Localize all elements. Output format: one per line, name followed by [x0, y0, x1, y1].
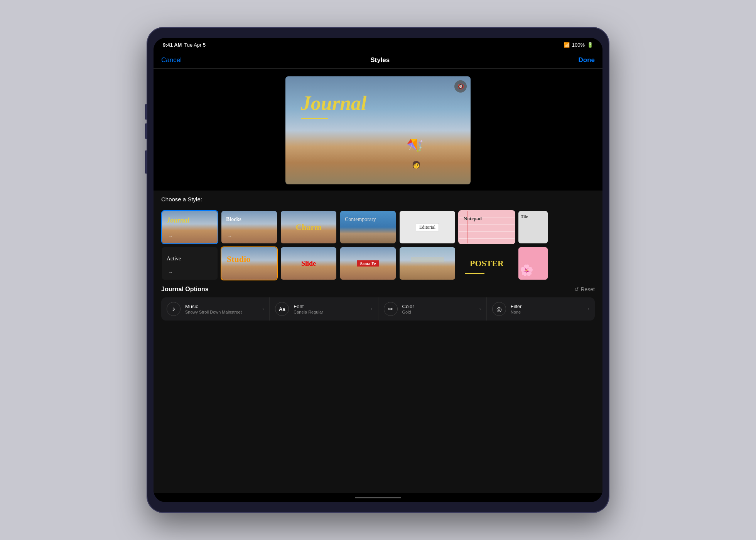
wifi-icon: 📶: [564, 42, 570, 48]
ipad-device: 9:41 AM Tue Apr 5 📶 100% 🔋 Cancel Styles…: [147, 27, 609, 513]
style-section: Choose a Style:: [154, 191, 602, 210]
chevron-color-icon: ›: [479, 306, 481, 312]
thumb-label-santafe: Santa Fe: [357, 260, 379, 267]
style-thumb-charm[interactable]: Charm: [280, 210, 337, 244]
preview-area: Journal 🪁 🧑 🔇: [154, 69, 602, 191]
option-value-font: Canela Regular: [294, 310, 366, 314]
style-thumb-active[interactable]: Active →: [161, 246, 218, 280]
style-thumb-editorial[interactable]: Editorial: [399, 210, 456, 244]
preview-title: Journal: [301, 92, 367, 115]
thumb-label-editorial: Editorial: [416, 223, 439, 231]
thumb-label-blocks: Blocks: [226, 216, 241, 223]
thumb-label-studio: Studio: [227, 254, 250, 264]
option-value-filter: None: [511, 310, 583, 314]
color-icon: ✏: [388, 305, 393, 313]
option-font[interactable]: Aa Font Canela Regular ›: [270, 297, 378, 321]
thumb-label-notepad: Notepad: [464, 216, 482, 222]
volume-down-button[interactable]: [145, 123, 147, 139]
thumb-label-poster: POSTER: [470, 258, 504, 268]
option-value-music: Snowy Stroll Down Mainstreet: [185, 310, 258, 314]
option-music[interactable]: ♪ Music Snowy Stroll Down Mainstreet ›: [161, 297, 270, 321]
style-row-1: Journal → Blocks → Charm: [161, 210, 595, 244]
nav-bar: Cancel Styles Done: [154, 52, 602, 69]
style-thumb-poster[interactable]: POSTER: [458, 246, 515, 280]
option-label-filter: Filter: [511, 304, 583, 309]
style-thumb-contemporary[interactable]: Contemporary: [339, 210, 397, 244]
home-bar[interactable]: [355, 497, 401, 498]
reset-icon: ↺: [574, 286, 579, 292]
thumb-label-contemporary: Contemporary: [345, 216, 376, 223]
choose-style-label: Choose a Style:: [161, 196, 595, 202]
power-button[interactable]: [145, 150, 147, 174]
thumb-label-tile: Tile: [521, 214, 528, 219]
option-label-font: Font: [294, 304, 366, 309]
style-grid: Journal → Blocks → Charm: [154, 210, 602, 280]
color-icon-bg: ✏: [384, 302, 398, 316]
kite-decoration: 🪁: [405, 135, 426, 155]
options-title: Journal Options: [161, 286, 209, 293]
option-text-music: Music Snowy Stroll Down Mainstreet: [185, 304, 258, 314]
font-icon-bg: Aa: [275, 302, 289, 316]
reset-label: Reset: [580, 286, 595, 292]
style-thumb-notepad[interactable]: Notepad: [458, 210, 515, 244]
done-button[interactable]: Done: [578, 56, 595, 64]
volume-up-button[interactable]: [145, 104, 147, 120]
font-icon: Aa: [279, 306, 285, 312]
options-row: ♪ Music Snowy Stroll Down Mainstreet › A…: [161, 297, 595, 321]
preview-underline: [301, 118, 328, 119]
unnamed-bar: [411, 257, 444, 262]
option-text-filter: Filter None: [511, 304, 583, 314]
style-thumb-tile[interactable]: Tile: [518, 210, 548, 244]
chevron-music-icon: ›: [262, 306, 264, 312]
style-thumb-unnamed[interactable]: [399, 246, 456, 280]
reset-button[interactable]: ↺ Reset: [574, 286, 595, 292]
style-thumb-santafe[interactable]: Santa Fe: [339, 246, 397, 280]
status-bar: 9:41 AM Tue Apr 5 📶 100% 🔋: [154, 38, 602, 52]
battery-level: 100%: [572, 42, 585, 48]
style-thumb-blocks[interactable]: Blocks →: [221, 210, 278, 244]
mute-button[interactable]: 🔇: [454, 80, 467, 93]
music-icon: ♪: [172, 305, 175, 312]
option-label-color: Color: [402, 304, 475, 309]
style-row-2: Active → Studio Slide: [161, 246, 595, 280]
option-filter[interactable]: ◎ Filter None ›: [487, 297, 595, 321]
flower-icon: 🌸: [520, 264, 533, 277]
thumb-label-charm: Charm: [295, 222, 321, 232]
thumb-arrow-journal: →: [168, 233, 173, 239]
status-right: 📶 100% 🔋: [564, 42, 593, 48]
thumb-arrow-blocks: →: [228, 233, 232, 239]
preview-frame: Journal 🪁 🧑 🔇: [285, 76, 471, 184]
chevron-font-icon: ›: [371, 306, 373, 312]
filter-icon-bg: ◎: [492, 302, 506, 316]
options-header: Journal Options ↺ Reset: [161, 286, 595, 293]
options-section: Journal Options ↺ Reset ♪ Music: [154, 280, 602, 324]
style-thumb-studio[interactable]: Studio: [221, 246, 278, 280]
thumb-arrow-active: →: [168, 270, 173, 275]
chevron-filter-icon: ›: [588, 306, 589, 312]
style-thumb-slide[interactable]: Slide: [280, 246, 337, 280]
option-label-music: Music: [185, 304, 258, 309]
mute-icon: 🔇: [457, 83, 464, 89]
style-thumb-flower[interactable]: 🌸: [518, 246, 548, 280]
option-value-color: Gold: [402, 310, 475, 314]
thumb-label-journal: Journal: [167, 216, 189, 224]
preview-background: Journal 🪁 🧑: [285, 76, 471, 184]
option-text-font: Font Canela Regular: [294, 304, 366, 314]
option-text-color: Color Gold: [402, 304, 475, 314]
thumb-label-active: Active: [167, 256, 181, 262]
person-decoration: 🧑: [412, 160, 420, 169]
main-content: Journal 🪁 🧑 🔇 Choose a Style:: [154, 69, 602, 493]
status-time: 9:41 AM: [163, 42, 182, 48]
battery-icon: 🔋: [587, 42, 593, 48]
poster-underline: [465, 273, 484, 274]
filter-icon: ◎: [496, 305, 502, 313]
style-thumb-journal[interactable]: Journal →: [161, 210, 218, 244]
status-date: Tue Apr 5: [184, 42, 206, 48]
thumb-label-slide: Slide: [301, 260, 316, 268]
option-color[interactable]: ✏ Color Gold ›: [378, 297, 487, 321]
ipad-screen: 9:41 AM Tue Apr 5 📶 100% 🔋 Cancel Styles…: [154, 38, 602, 502]
music-icon-bg: ♪: [167, 302, 181, 316]
home-indicator: [154, 493, 602, 502]
cancel-button[interactable]: Cancel: [161, 56, 182, 64]
page-title: Styles: [370, 56, 390, 64]
